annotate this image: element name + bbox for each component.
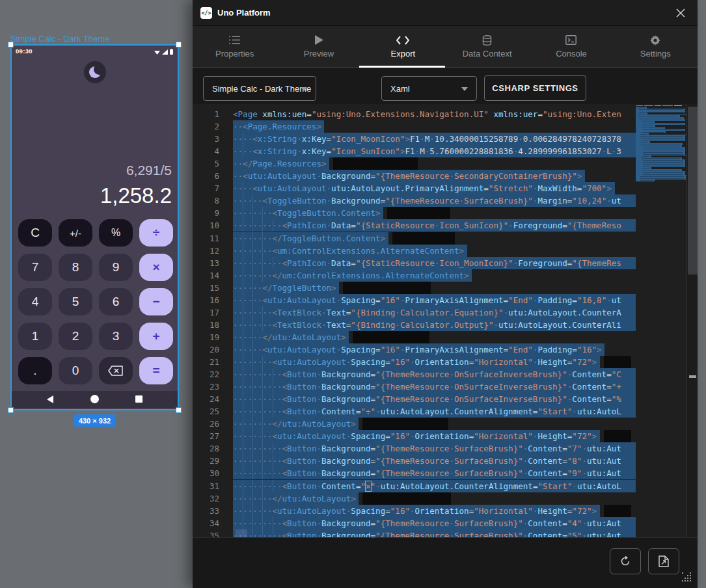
calc-key-C[interactable]: C (18, 219, 52, 247)
tab-label: Export (391, 49, 416, 59)
uno-logo-icon: </> (200, 7, 212, 19)
resize-handle-bl[interactable] (8, 407, 14, 413)
code-line: 21········<utu:AutoLayout·Spacing="16"·O… (193, 356, 698, 368)
calc-key-6[interactable]: 6 (99, 288, 133, 315)
gear-icon (650, 34, 660, 46)
code-line: 13··········<PathIcon·Data="{StaticResou… (193, 257, 698, 269)
minimap[interactable] (636, 104, 686, 537)
calc-key-0[interactable]: 0 (59, 357, 92, 384)
code-line: 29··········<Button·Background="{ThemeRe… (193, 455, 698, 467)
calc-key-sym[interactable]: = (139, 357, 173, 384)
calc-key-9[interactable]: 9 (99, 254, 133, 281)
calc-key-3[interactable]: 3 (99, 323, 133, 350)
tab-properties[interactable]: Properties (193, 26, 277, 67)
refresh-icon (619, 555, 631, 567)
theme-select-value: Simple Calc - Dark Theme (212, 84, 311, 94)
code-editor[interactable]: 1<Page xmlns:uen="using:Uno.Extensions.N… (193, 104, 698, 537)
list-icon (229, 34, 240, 46)
code-line: 22··········<Button·Background="{ThemeRe… (193, 368, 698, 381)
calc-key-backspace[interactable] (99, 357, 133, 384)
phone-preview[interactable]: 09:30 6,291/5 1,258.2 C+/-%÷789×456−123+… (10, 44, 179, 410)
refresh-button[interactable] (610, 548, 641, 574)
csharp-settings-button[interactable]: CSHARP SETTINGS (484, 75, 586, 101)
code-line: 6··<utu:AutoLayout·Background="{ThemeRes… (193, 170, 698, 182)
resize-handle-tr[interactable] (176, 42, 182, 47)
status-icons (154, 49, 173, 55)
tab-label: Preview (304, 49, 334, 59)
calc-key-1[interactable]: 1 (18, 323, 52, 350)
code-line: 15······</ToggleButton> (193, 282, 698, 294)
calc-key-7[interactable]: 7 (18, 254, 52, 281)
code-line: 7····<utu:AutoLayout·utu:AutoLayout.Prim… (193, 182, 698, 194)
resize-handle-br[interactable] (176, 407, 182, 413)
resize-handle-tl[interactable] (8, 42, 14, 47)
code-line: 9········<ToggleButton.Content> (193, 207, 698, 219)
calc-key-sym[interactable]: % (99, 219, 133, 247)
export-file-icon (658, 555, 669, 567)
tab-export[interactable]: Export (361, 26, 445, 67)
tab-label: Properties (215, 49, 254, 59)
tab-preview[interactable]: Preview (277, 26, 360, 67)
format-select[interactable]: Xaml (381, 76, 477, 101)
calc-key-8[interactable]: 8 (59, 254, 92, 281)
calc-key-2[interactable]: 2 (59, 323, 92, 350)
theme-select[interactable]: Simple Calc - Dark Theme (203, 76, 316, 101)
signal-icon (162, 49, 168, 55)
calc-equation: 6,291/5 (126, 163, 172, 178)
code-line: 34··········<Button·Background="{ThemeRe… (193, 517, 698, 529)
tab-label: Console (556, 49, 587, 59)
code-line: 28··········<Button·Background="{ThemeRe… (193, 442, 698, 455)
code-line: 1<Page xmlns:uen="using:Uno.Extensions.N… (193, 108, 698, 120)
calc-keypad: C+/-%÷789×456−123+.0= (18, 219, 174, 384)
format-select-value: Xaml (390, 84, 410, 94)
code-line: 27········<utu:AutoLayout·Spacing="16"·O… (193, 430, 698, 442)
chevron-down-icon (301, 87, 307, 91)
code-line: 31··········<Button·Content="×"·utu:Auto… (193, 480, 698, 492)
nav-recents-icon[interactable] (135, 395, 143, 403)
calc-key-sym[interactable]: +/- (59, 219, 92, 247)
tab-data-context[interactable]: Data Context (445, 26, 529, 67)
battery-icon (170, 49, 173, 55)
status-time: 09:30 (16, 47, 33, 55)
code-line: 10··········<PathIcon·Data="{StaticResou… (193, 219, 698, 232)
code-line: 8······<ToggleButton·Background="{ThemeR… (193, 194, 698, 207)
bottom-bar (193, 537, 698, 588)
code-line: 17········<TextBlock·Text="{Binding·Calc… (193, 306, 698, 319)
calc-key-sym[interactable]: − (139, 288, 173, 315)
editor-scrollbar[interactable] (686, 104, 698, 537)
calc-key-sym[interactable]: ÷ (139, 219, 173, 247)
backspace-icon (108, 366, 124, 376)
scrollbar-thumb[interactable] (688, 107, 698, 274)
nav-home-icon[interactable] (90, 395, 99, 403)
theme-toggle-button[interactable] (84, 61, 106, 83)
tab-settings[interactable]: Settings (614, 26, 698, 67)
code-line: 26········</utu:AutoLayout> (193, 418, 698, 430)
scrollbar-marker (689, 375, 696, 378)
code-line: 12········<um:ControlExtensions.Alternat… (193, 245, 698, 257)
calc-key-4[interactable]: 4 (18, 288, 52, 315)
panel-title: Uno Platform (217, 0, 271, 26)
code-line: 30··········<Button·Background="{ThemeRe… (193, 467, 698, 479)
code-line: 18········<TextBlock·Text="{Binding·Calc… (193, 319, 698, 331)
tab-label: Settings (640, 49, 671, 59)
tab-bar: PropertiesPreviewExportData ContextConso… (193, 26, 698, 68)
code-line: 4····<x:String·x:Key="Icon_SunIcon">F1·M… (193, 145, 698, 157)
tab-label: Data Context (463, 49, 512, 59)
calc-key-sym[interactable]: . (18, 357, 52, 384)
code-line: 23··········<Button·Background="{ThemeRe… (193, 381, 698, 393)
close-icon[interactable] (675, 8, 686, 18)
code-line: 32········</utu:AutoLayout> (193, 492, 698, 505)
resize-grip[interactable] (682, 572, 683, 574)
export-file-button[interactable] (648, 548, 679, 574)
tab-console[interactable]: Console (529, 26, 613, 67)
export-controls: Simple Calc - Dark Theme Xaml CSHARP SET… (193, 68, 698, 104)
calc-key-sym[interactable]: + (139, 323, 173, 350)
calc-key-sym[interactable]: × (139, 254, 173, 281)
code-line: 35··········<Button·Background="{ThemeRe… (193, 529, 698, 537)
terminal-icon (565, 34, 577, 46)
code-line: 19······</utu:AutoLayout> (193, 331, 698, 343)
phone-title: Simple Calc - Dark Theme (10, 34, 109, 44)
nav-back-icon[interactable] (47, 395, 53, 403)
code-line: 2··<Page.Resources> (193, 120, 698, 133)
calc-key-5[interactable]: 5 (59, 288, 92, 315)
